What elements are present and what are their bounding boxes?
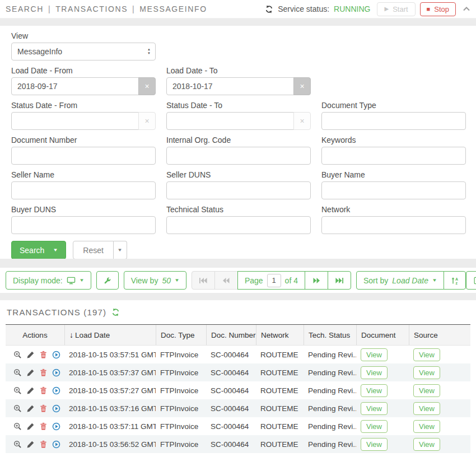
internal-org-code-input[interactable] (166, 147, 311, 165)
view-source-button[interactable]: View (413, 366, 440, 379)
zoom-in-icon[interactable] (13, 404, 22, 413)
seller-name-input[interactable] (11, 181, 156, 199)
page-number-input[interactable]: 1 (267, 274, 281, 287)
col-doc-type[interactable]: Doc. Type (156, 325, 206, 345)
cell-tech-status: Pending Revi... (304, 386, 356, 395)
edit-pencil-icon[interactable] (26, 369, 35, 377)
cell-network: ROUTEME (256, 404, 304, 413)
view-document-button[interactable]: View (361, 438, 388, 451)
caret-down-icon: ▼ (432, 278, 437, 283)
zoom-in-icon[interactable] (13, 440, 22, 449)
view-document-button[interactable]: View (361, 420, 388, 433)
nav-separator: | (48, 4, 51, 13)
view-by-button[interactable]: View by 50 ▼ (124, 271, 186, 290)
cell-doc-type: FTPInvoice (156, 404, 206, 413)
first-page-icon (199, 277, 208, 285)
view-source-button[interactable]: View (413, 384, 440, 397)
zoom-in-icon[interactable] (13, 422, 22, 431)
delete-trash-icon[interactable] (39, 386, 48, 395)
edit-pencil-icon[interactable] (26, 351, 35, 359)
seller-duns-input[interactable] (166, 181, 311, 199)
view-document-button[interactable]: View (361, 348, 388, 361)
col-actions[interactable]: Actions (6, 325, 64, 345)
edit-pencil-icon[interactable] (26, 422, 35, 431)
results-toolbar: Display mode: ▼ View by 50 ▼ Page 1 of 4 (0, 268, 476, 293)
sort-direction-button[interactable] (444, 271, 466, 290)
view-source-button[interactable]: View (413, 438, 440, 451)
document-number-input[interactable] (11, 147, 156, 165)
keywords-input[interactable] (321, 147, 466, 165)
clear-status-date-to-button: × (293, 112, 311, 130)
cell-doc-number: SC-000464 (206, 386, 256, 395)
col-document[interactable]: Document (356, 325, 409, 345)
clear-load-date-to-button[interactable]: × (293, 77, 311, 95)
cell-load-date: 2018-10-15 03:57:16 GMT (64, 404, 156, 413)
refresh-status-icon[interactable] (265, 5, 273, 13)
start-button[interactable]: ▶ Start (377, 2, 415, 16)
resubmit-play-icon[interactable] (52, 369, 60, 377)
delete-trash-icon[interactable] (39, 422, 48, 431)
zoom-in-icon[interactable] (13, 386, 22, 395)
nav-messageinfo[interactable]: MESSAGEINFO (139, 4, 207, 13)
view-source-button[interactable]: View (413, 420, 440, 433)
view-document-button[interactable]: View (361, 366, 388, 379)
nav-transactions[interactable]: TRANSACTIONS (55, 4, 128, 13)
buyer-duns-input[interactable] (11, 216, 156, 234)
delete-trash-icon[interactable] (39, 369, 48, 377)
resubmit-play-icon[interactable] (52, 422, 60, 431)
cell-network: ROUTEME (256, 422, 304, 431)
resubmit-play-icon[interactable] (52, 386, 60, 395)
export-to-excel-button[interactable]: Export to Excel (466, 271, 476, 290)
document-type-input[interactable] (321, 112, 466, 130)
buyer-name-input[interactable] (321, 181, 466, 199)
technical-status-input[interactable] (166, 216, 311, 234)
search-button[interactable]: Search ▼ (11, 241, 66, 259)
load-date-to-input[interactable] (166, 77, 294, 95)
next-page-button[interactable] (305, 271, 328, 290)
nav-search[interactable]: SEARCH (6, 4, 44, 13)
resubmit-play-icon[interactable] (52, 404, 60, 413)
col-load-date[interactable]: ↓ Load Date (64, 325, 156, 345)
cell-network: ROUTEME (256, 440, 304, 449)
status-date-to-input[interactable] (166, 112, 294, 130)
reset-dropdown-button[interactable]: ▼ (114, 241, 127, 259)
display-mode-button[interactable]: Display mode: ▼ (6, 271, 91, 290)
refresh-results-icon[interactable] (111, 308, 120, 316)
view-source-button[interactable]: View (413, 402, 440, 415)
col-doc-number[interactable]: Doc. Number (206, 325, 256, 345)
service-status-bar: Service status: RUNNING ▶ Start ■ Stop (265, 2, 470, 16)
clear-load-date-from-button[interactable]: × (138, 77, 156, 95)
cell-network: ROUTEME (256, 351, 304, 359)
sort-by-button[interactable]: Sort by Load Date ▼ (356, 271, 444, 290)
collapse-panel-icon[interactable] (463, 6, 470, 12)
view-source-button[interactable]: View (413, 348, 440, 361)
zoom-in-icon[interactable] (13, 351, 22, 359)
cell-tech-status: Pending Revi... (304, 369, 356, 377)
settings-wrench-button[interactable] (96, 271, 119, 290)
clear-status-date-from-button: × (138, 112, 156, 130)
view-document-button[interactable]: View (361, 384, 388, 397)
view-document-button[interactable]: View (361, 402, 388, 415)
stop-button[interactable]: ■ Stop (420, 2, 456, 16)
view-select[interactable]: MessageInfo (11, 43, 156, 60)
edit-pencil-icon[interactable] (26, 440, 35, 449)
delete-trash-icon[interactable] (39, 440, 48, 449)
zoom-in-icon[interactable] (13, 369, 22, 377)
col-tech-status[interactable]: Tech. Status (304, 325, 356, 345)
reset-button[interactable]: Reset (73, 241, 114, 259)
delete-trash-icon[interactable] (39, 351, 48, 359)
col-source[interactable]: Source (409, 325, 470, 345)
network-input[interactable] (321, 216, 466, 234)
resubmit-play-icon[interactable] (52, 351, 60, 359)
buyer-name-label: Buyer Name (321, 170, 466, 179)
edit-pencil-icon[interactable] (26, 386, 35, 395)
view-by-value: 50 (162, 276, 171, 285)
cell-doc-number: SC-000464 (206, 422, 256, 431)
edit-pencil-icon[interactable] (26, 404, 35, 413)
delete-trash-icon[interactable] (39, 404, 48, 413)
status-date-from-input[interactable] (11, 112, 139, 130)
col-network[interactable]: Network (256, 325, 304, 345)
last-page-button[interactable] (328, 271, 351, 290)
load-date-from-input[interactable] (11, 77, 139, 95)
resubmit-play-icon[interactable] (52, 440, 60, 449)
